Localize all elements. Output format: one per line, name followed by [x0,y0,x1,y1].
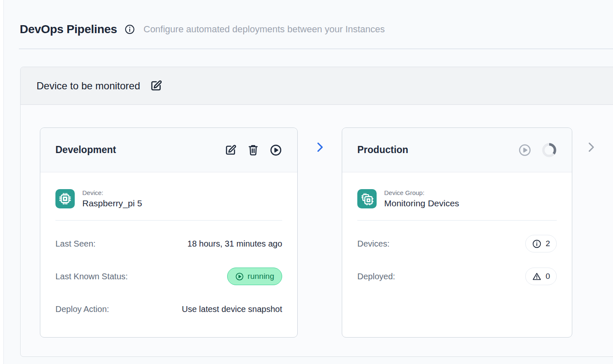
delete-stage-button[interactable] [247,144,259,156]
deployed-count: 0 [545,272,550,281]
device-label: Device: [82,189,142,196]
production-title: Production [357,144,408,156]
edit-pipeline-button[interactable] [149,79,162,92]
info-circle-icon[interactable] [124,24,135,35]
page-header: DevOps Pipelines Configure automated dep… [4,0,613,36]
devices-label: Devices: [357,239,390,249]
status-row: Last Known Status: running [55,267,282,286]
deploy-action-value: Use latest device snapshot [182,304,282,314]
deploy-action-row: Deploy Action: Use latest device snapsho… [55,299,282,319]
development-card-header: Development [40,128,297,172]
info-circle-icon [532,239,542,249]
device-group-info: Device Group: Monitoring Devices [384,189,459,208]
card-divider [55,220,282,221]
production-card-body: Device Group: Monitoring Devices Devices… [342,172,572,286]
card-divider [357,220,557,221]
play-circle-icon [270,144,282,156]
header-divider [19,49,613,49]
development-actions [224,144,282,156]
pipeline-title: Device to be monitored [37,80,140,92]
stage-card-production: Production [342,127,572,338]
chevron-right-icon [314,141,326,153]
devices-count: 2 [545,239,550,248]
play-circle-icon [235,272,244,281]
next-stage-arrow [572,127,610,153]
edit-square-icon [149,79,162,92]
chip-group-icon [357,189,377,208]
last-seen-value: 18 hours, 31 minutes ago [187,239,282,249]
warning-triangle-icon [532,272,542,281]
loading-spinner [542,143,557,158]
device-group-name: Monitoring Devices [384,198,459,208]
chip-icon [55,189,75,208]
play-circle-icon [518,143,532,157]
status-badge: running [227,268,282,285]
run-stage-button[interactable] [270,144,282,156]
deployed-label: Deployed: [357,272,395,281]
last-seen-row: Last Seen: 18 hours, 31 minutes ago [55,234,282,253]
pipeline-stages: Development [21,105,613,338]
production-card-header: Production [342,128,572,172]
devices-row: Devices: 2 [357,234,557,253]
pipeline-panel-header: Device to be monitored [21,67,613,105]
deployed-count-badge[interactable]: 0 [525,268,557,285]
device-group-row: Device Group: Monitoring Devices [357,189,557,208]
status-label: Last Known Status: [55,272,128,281]
devops-pipelines-page: DevOps Pipelines Configure automated dep… [3,0,613,364]
deployed-row: Deployed: 0 [357,267,557,286]
stage-flow-arrow [298,127,342,153]
device-info: Device: Raspberry_pi 5 [82,189,142,208]
production-actions [518,143,557,158]
page-title: DevOps Pipelines [20,23,117,36]
run-stage-button-disabled [518,143,532,157]
device-name: Raspberry_pi 5 [82,198,142,208]
development-card-body: Device: Raspberry_pi 5 Last Seen: 18 hou… [40,172,297,319]
trash-icon [247,144,259,156]
devices-count-badge[interactable]: 2 [525,235,557,252]
chevron-right-icon [585,141,597,153]
pipeline-panel: Device to be monitored Development [20,67,613,357]
page-subtitle: Configure automated deployments between … [144,24,385,35]
development-title: Development [55,144,116,156]
deploy-action-label: Deploy Action: [55,304,109,314]
status-value: running [248,272,274,281]
edit-stage-button[interactable] [224,144,237,156]
last-seen-label: Last Seen: [55,239,96,249]
stage-card-development: Development [40,127,298,338]
device-group-label: Device Group: [384,189,459,196]
edit-square-icon [224,144,237,156]
device-row: Device: Raspberry_pi 5 [55,189,282,208]
